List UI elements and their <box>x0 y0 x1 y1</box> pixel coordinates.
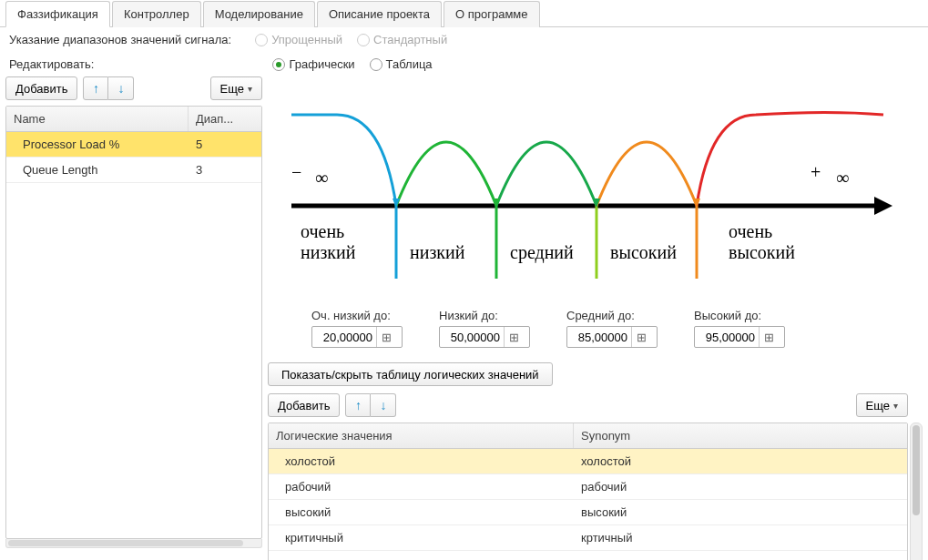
seg-label-4: очень <box>729 221 772 241</box>
add-button[interactable]: Добавить <box>5 76 77 100</box>
logic-add-button[interactable]: Добавить <box>268 393 340 417</box>
logic-more-button[interactable]: Еще ▾ <box>856 393 908 417</box>
range-group: Низкий до:⊞ <box>439 309 530 348</box>
table-row[interactable]: Queue Length3 <box>6 158 261 183</box>
calculator-icon[interactable]: ⊞ <box>631 327 651 347</box>
svg-text:+: + <box>811 162 821 182</box>
radio-simplified: Упрощенный <box>255 33 342 46</box>
tab-fuzzification[interactable]: Фаззификация <box>5 1 110 27</box>
move-buttons: ↑ ↓ <box>83 76 134 100</box>
range-label: Средний до: <box>566 309 658 322</box>
tab-bar: Фаззификация Контроллер Моделирование Оп… <box>0 0 928 27</box>
table-row[interactable]: перегрузкаперегрузка <box>269 551 907 560</box>
radio-standard-label: Стандартный <box>373 33 447 46</box>
cell-synonym: рабочий <box>574 474 907 499</box>
table-row[interactable]: рабочийрабочий <box>269 474 907 500</box>
range-input[interactable] <box>567 331 631 344</box>
seg-label-3: высокий <box>610 242 677 262</box>
cell-diap: 3 <box>189 158 261 182</box>
signal-range-row: Указание диапазонов значений сигнала: Уп… <box>0 27 928 52</box>
table-row[interactable]: холостойхолостой <box>269 449 907 474</box>
fuzzy-diagram: − ∞ + ∞ <box>268 76 923 290</box>
col-header-logic[interactable]: Логические значения <box>269 423 574 448</box>
more-button[interactable]: Еще ▾ <box>210 76 262 100</box>
radio-graphic[interactable]: Графически <box>272 57 354 71</box>
svg-marker-1 <box>874 197 892 215</box>
col-header-name[interactable]: Name <box>6 107 189 131</box>
cell-logic: рабочий <box>269 474 574 499</box>
radio-standard: Стандартный <box>357 33 447 46</box>
calculator-icon[interactable]: ⊞ <box>759 327 779 347</box>
tab-about[interactable]: О программе <box>444 1 540 27</box>
signal-range-label: Указание диапазонов значений сигнала: <box>9 33 231 46</box>
calculator-icon[interactable]: ⊞ <box>376 327 396 347</box>
svg-text:∞: ∞ <box>836 168 849 188</box>
seg-label-0: очень <box>301 221 344 241</box>
left-toolbar: Добавить ↑ ↓ Еще ▾ <box>5 76 262 106</box>
cell-diap: 5 <box>189 132 261 157</box>
calculator-icon[interactable]: ⊞ <box>504 327 524 347</box>
logic-move-up-button[interactable]: ↑ <box>345 393 371 417</box>
move-up-button[interactable]: ↑ <box>83 76 108 100</box>
cell-name: Queue Length <box>6 158 189 182</box>
range-input[interactable] <box>695 331 759 344</box>
edit-mode-row: Редактировать: Графически Таблица <box>0 52 928 76</box>
cell-logic: высокий <box>269 500 574 524</box>
radio-icon <box>357 34 370 46</box>
svg-text:∞: ∞ <box>315 168 328 188</box>
seg-label-0b: низкий <box>301 242 356 262</box>
cell-synonym: высокий <box>574 500 907 524</box>
cell-name: Processor Load % <box>6 132 189 157</box>
table-row[interactable]: высокийвысокий <box>269 500 907 525</box>
table-row[interactable]: Processor Load %5 <box>6 132 261 158</box>
arrow-down-icon: ↓ <box>380 398 386 412</box>
range-input-wrap: ⊞ <box>439 326 530 348</box>
table-blank-space <box>6 183 261 538</box>
tab-controller[interactable]: Контроллер <box>112 1 201 27</box>
range-input-wrap: ⊞ <box>311 326 403 348</box>
arrow-up-icon: ↑ <box>93 81 99 96</box>
radio-table-label: Таблица <box>386 57 433 71</box>
vertical-scrollbar[interactable] <box>910 423 923 560</box>
range-input-wrap: ⊞ <box>694 326 785 348</box>
svg-text:−: − <box>291 162 301 182</box>
radio-simplified-label: Упрощенный <box>271 33 342 46</box>
chevron-down-icon: ▾ <box>248 84 252 94</box>
chevron-down-icon: ▾ <box>893 401 898 411</box>
radio-icon <box>272 58 285 71</box>
horizontal-scrollbar[interactable] <box>5 539 262 548</box>
seg-label-2: средний <box>510 242 574 263</box>
range-group: Оч. низкий до:⊞ <box>311 309 403 348</box>
move-down-button[interactable]: ↓ <box>108 76 134 100</box>
col-header-diap[interactable]: Диап... <box>189 107 261 131</box>
cell-logic: холостой <box>269 449 574 473</box>
seg-label-4b: высокий <box>729 242 795 262</box>
edit-label: Редактировать: <box>9 57 94 71</box>
seg-label-1: низкий <box>410 242 465 262</box>
arrow-down-icon: ↓ <box>117 81 124 96</box>
range-input-wrap: ⊞ <box>566 326 658 348</box>
range-label: Низкий до: <box>439 309 530 322</box>
radio-icon <box>255 34 268 46</box>
more-label: Еще <box>866 399 890 412</box>
logic-move-down-button[interactable]: ↓ <box>371 393 396 417</box>
radio-icon <box>370 58 382 71</box>
logic-toolbar: Добавить ↑ ↓ Еще ▾ <box>268 393 908 423</box>
col-header-synonym[interactable]: Synonym <box>574 423 907 448</box>
range-input[interactable] <box>440 331 504 344</box>
range-group: Средний до:⊞ <box>566 309 658 348</box>
range-group: Высокий до:⊞ <box>694 309 785 348</box>
table-row[interactable]: критичныйкртичный <box>269 525 907 551</box>
cell-synonym: кртичный <box>574 525 907 550</box>
toggle-logic-table-button[interactable]: Показать/скрыть таблицу логических значе… <box>268 362 553 386</box>
cell-logic: перегрузка <box>269 551 574 560</box>
range-label: Оч. низкий до: <box>311 309 403 322</box>
radio-table[interactable]: Таблица <box>370 57 433 71</box>
tab-modeling[interactable]: Моделирование <box>203 1 315 27</box>
range-input[interactable] <box>312 331 376 344</box>
range-inputs: Оч. низкий до:⊞Низкий до:⊞Средний до:⊞Вы… <box>268 290 923 362</box>
radio-graphic-label: Графически <box>289 57 354 71</box>
cell-synonym: холостой <box>574 449 907 473</box>
range-label: Высокий до: <box>694 309 785 322</box>
tab-project-desc[interactable]: Описание проекта <box>317 1 442 27</box>
